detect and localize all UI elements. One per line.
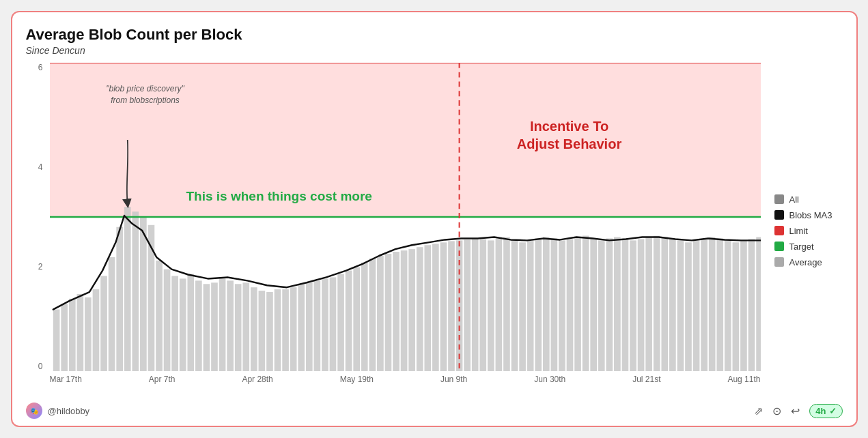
- svg-rect-47: [416, 247, 423, 371]
- svg-rect-30: [282, 289, 289, 371]
- svg-rect-40: [361, 263, 367, 371]
- chart-card: Average Blob Count per Block Since Dencu…: [11, 11, 858, 427]
- svg-rect-78: [661, 237, 668, 371]
- svg-rect-59: [511, 240, 518, 371]
- footer-handle: @hildobby: [48, 406, 90, 416]
- svg-rect-90: [756, 237, 761, 371]
- chart-area: 6 4 2 0: [26, 63, 843, 398]
- legend-dot-target: [774, 242, 784, 251]
- svg-rect-87: [732, 242, 739, 371]
- svg-rect-41: [369, 259, 376, 371]
- chart-title: Average Blob Count per Block: [26, 26, 843, 44]
- undo-icon[interactable]: ↩: [791, 405, 800, 418]
- legend-item-blobs-ma3: Blobs MA3: [774, 210, 843, 220]
- chart-subtitle: Since Dencun: [26, 45, 843, 56]
- svg-rect-76: [645, 237, 652, 371]
- svg-rect-3: [68, 299, 75, 371]
- annotation-cost: This is when things cost more: [186, 189, 372, 204]
- svg-rect-51: [448, 241, 455, 371]
- svg-rect-83: [701, 239, 708, 371]
- svg-rect-33: [305, 282, 312, 371]
- svg-rect-10: [124, 207, 130, 371]
- camera-icon[interactable]: ⊙: [772, 405, 781, 418]
- svg-rect-26: [250, 287, 257, 371]
- svg-rect-7: [100, 276, 107, 371]
- svg-rect-11: [132, 211, 139, 371]
- x-label-apr7: Apr 7th: [149, 375, 176, 384]
- svg-rect-21: [211, 282, 218, 371]
- svg-rect-32: [298, 284, 305, 371]
- legend-dot-blobs-ma3: [774, 210, 784, 220]
- legend-dot-average: [774, 257, 784, 267]
- svg-rect-84: [708, 237, 715, 371]
- x-label-mar17: Mar 17th: [50, 375, 82, 384]
- footer: 🎭 @hildobby ⇗ ⊙ ↩ 4h ✓: [26, 401, 843, 419]
- svg-rect-62: [535, 238, 542, 371]
- chart-legend: All Blobs MA3 Limit Target Average: [761, 63, 843, 398]
- svg-rect-37: [337, 274, 344, 371]
- legend-item-all: All: [774, 194, 843, 205]
- svg-rect-29: [274, 289, 281, 371]
- svg-rect-45: [400, 250, 407, 371]
- svg-rect-77: [653, 236, 660, 371]
- svg-rect-75: [637, 239, 644, 371]
- svg-rect-9: [116, 227, 123, 371]
- svg-rect-64: [550, 238, 557, 371]
- svg-rect-88: [740, 240, 747, 371]
- svg-rect-56: [487, 240, 494, 371]
- share-icon[interactable]: ⇗: [754, 405, 763, 418]
- svg-rect-35: [322, 278, 328, 371]
- svg-rect-15: [163, 269, 170, 371]
- svg-rect-18: [187, 274, 194, 371]
- svg-rect-1: [53, 310, 59, 371]
- svg-rect-48: [424, 245, 431, 371]
- svg-rect-55: [479, 239, 486, 371]
- svg-rect-14: [156, 261, 163, 371]
- svg-rect-34: [313, 280, 320, 371]
- svg-rect-36: [329, 277, 336, 371]
- svg-rect-65: [559, 240, 565, 371]
- time-badge[interactable]: 4h ✓: [809, 404, 842, 418]
- svg-rect-28: [266, 292, 273, 371]
- svg-rect-54: [471, 238, 478, 371]
- svg-rect-82: [692, 240, 699, 371]
- svg-rect-89: [748, 239, 755, 371]
- svg-rect-74: [630, 240, 636, 371]
- svg-rect-42: [377, 256, 384, 371]
- annotation-blob-discovery: "blob price discovery" from blobscriptio…: [98, 83, 193, 106]
- svg-rect-31: [290, 287, 296, 371]
- svg-rect-22: [219, 277, 225, 371]
- svg-rect-86: [724, 240, 731, 371]
- svg-rect-63: [542, 237, 549, 371]
- svg-rect-2: [61, 304, 68, 371]
- avatar: 🎭: [26, 403, 42, 419]
- y-axis: 6 4 2 0: [26, 63, 46, 371]
- svg-rect-38: [345, 271, 352, 371]
- svg-rect-43: [384, 254, 391, 371]
- x-axis: Mar 17th Apr 7th Apr 28th May 19th Jun 9…: [50, 375, 761, 398]
- legend-label-blobs-ma3: Blobs MA3: [789, 210, 832, 220]
- svg-rect-19: [195, 280, 202, 371]
- svg-rect-5: [85, 297, 92, 371]
- svg-rect-27: [258, 291, 265, 371]
- chart-svg: [50, 63, 761, 371]
- x-label-jun30: Jun 30th: [534, 375, 565, 384]
- svg-rect-80: [677, 240, 684, 371]
- legend-item-average: Average: [774, 257, 843, 267]
- x-label-may19: May 19th: [340, 375, 374, 384]
- svg-rect-12: [140, 217, 147, 371]
- svg-rect-73: [621, 238, 628, 371]
- x-label-jun9: Jun 9th: [440, 375, 467, 384]
- footer-right: ⇗ ⊙ ↩ 4h ✓: [754, 404, 842, 418]
- annotation-incentive: Incentive To Adjust Behavior: [501, 117, 638, 153]
- svg-rect-16: [171, 276, 178, 371]
- x-label-jul21: Jul 21st: [632, 375, 660, 384]
- svg-rect-85: [716, 238, 723, 371]
- svg-rect-8: [108, 257, 115, 371]
- badge-label: 4h: [815, 406, 826, 416]
- svg-rect-17: [179, 278, 186, 371]
- legend-item-limit: Limit: [774, 226, 843, 236]
- svg-rect-24: [234, 284, 241, 371]
- svg-rect-4: [76, 294, 83, 371]
- svg-rect-69: [590, 238, 597, 371]
